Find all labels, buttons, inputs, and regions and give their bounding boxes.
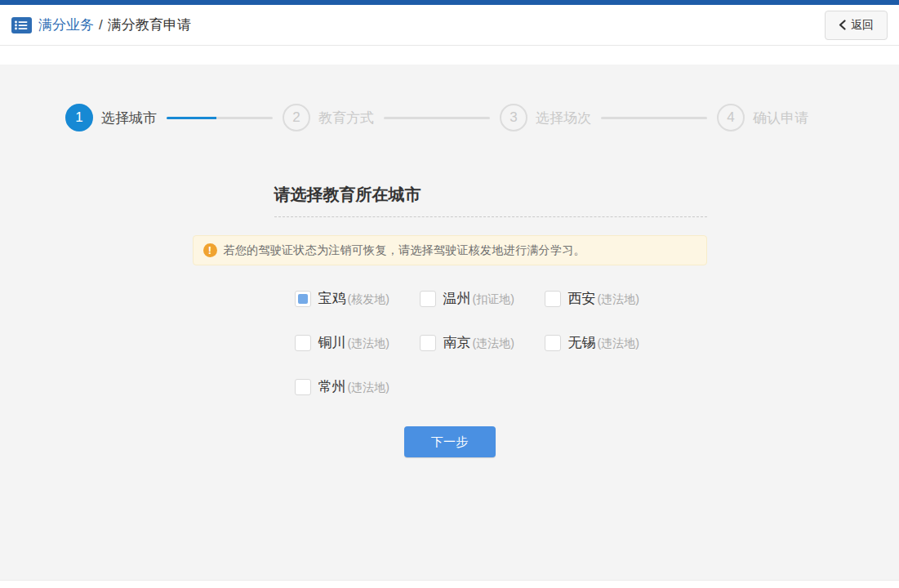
- city-checkbox[interactable]: [420, 335, 436, 351]
- stepper-step: 2 教育方式: [283, 104, 374, 131]
- city-name: 西安: [568, 289, 596, 308]
- city-name: 南京: [443, 333, 471, 352]
- city-tag: (违法地): [348, 335, 389, 351]
- back-button[interactable]: 返回: [825, 11, 888, 40]
- city-checkbox[interactable]: [420, 291, 436, 307]
- breadcrumb: 满分业务 / 满分教育申请: [11, 16, 191, 34]
- back-button-label: 返回: [851, 18, 874, 33]
- chevron-left-icon: [839, 20, 846, 30]
- city-name: 无锡: [568, 333, 596, 352]
- city-checkbox[interactable]: [295, 335, 311, 351]
- city-tag: (违法地): [473, 335, 514, 351]
- city-option[interactable]: 宝鸡 (核发地): [295, 289, 420, 308]
- stepper-connector: [384, 117, 490, 119]
- next-step-button[interactable]: 下一步: [404, 426, 496, 457]
- city-option[interactable]: 西安 (违法地): [545, 289, 670, 308]
- city-name: 温州: [443, 289, 471, 308]
- city-tag: (违法地): [598, 291, 639, 307]
- step-label: 确认申请: [753, 109, 808, 127]
- step-circle: 3: [500, 104, 527, 131]
- step-label: 选择城市: [101, 109, 157, 127]
- list-icon: [11, 17, 32, 33]
- stepper-connector: [601, 117, 707, 119]
- step-label: 选择场次: [536, 109, 591, 127]
- stepper-step: 1 选择城市: [65, 104, 157, 131]
- alert-text: 若您的驾驶证状态为注销可恢复，请选择驾驶证核发地进行满分学习。: [224, 243, 585, 258]
- section-title-block: 请选择教育所在城市: [274, 184, 707, 217]
- step-number: 1: [75, 109, 82, 126]
- city-checkbox[interactable]: [545, 335, 561, 351]
- city-grid: 宝鸡 (核发地) 温州 (扣证地) 西安 (违法地) 铜川 (违法地) 南京 (…: [295, 289, 687, 396]
- step-number: 3: [510, 109, 517, 126]
- breadcrumb-separator: /: [99, 17, 103, 33]
- main-column: 请选择教育所在城市 ! 若您的驾驶证状态为注销可恢复，请选择驾驶证核发地进行满分…: [193, 184, 707, 457]
- header: 满分业务 / 满分教育申请 返回: [0, 5, 899, 46]
- city-checkbox[interactable]: [545, 291, 561, 307]
- city-tag: (扣证地): [473, 291, 514, 307]
- city-checkbox[interactable]: [295, 379, 311, 395]
- city-option[interactable]: 常州 (违法地): [295, 377, 420, 396]
- city-tag: (违法地): [348, 379, 389, 395]
- city-option[interactable]: 温州 (扣证地): [420, 289, 545, 308]
- step-circle: 4: [717, 104, 745, 131]
- page-title: 请选择教育所在城市: [274, 185, 421, 203]
- content-panel: 1 选择城市 2 教育方式 3 选择场次 4 确认申请 请选择教育所在城市 ! …: [0, 65, 899, 581]
- stepper-connector: [167, 117, 273, 119]
- step-number: 2: [292, 109, 300, 126]
- stepper: 1 选择城市 2 教育方式 3 选择场次 4 确认申请: [65, 65, 808, 131]
- notice-alert: ! 若您的驾驶证状态为注销可恢复，请选择驾驶证核发地进行满分学习。: [193, 235, 707, 265]
- city-tag: (核发地): [348, 291, 389, 307]
- breadcrumb-current: 满分教育申请: [108, 16, 191, 34]
- step-number: 4: [727, 109, 734, 126]
- stepper-step: 3 选择场次: [500, 104, 591, 131]
- city-checkbox[interactable]: [295, 291, 311, 307]
- city-name: 铜川: [318, 333, 346, 352]
- city-option[interactable]: 铜川 (违法地): [295, 333, 420, 352]
- page: 满分业务 / 满分教育申请 返回 1 选择城市 2 教育方式 3: [0, 0, 899, 588]
- stepper-step: 4 确认申请: [717, 104, 808, 131]
- city-option[interactable]: 南京 (违法地): [420, 333, 545, 352]
- city-tag: (违法地): [598, 335, 639, 351]
- step-circle: 2: [283, 104, 310, 131]
- city-option[interactable]: 无锡 (违法地): [545, 333, 670, 352]
- city-name: 常州: [318, 377, 346, 396]
- exclamation-icon: !: [203, 243, 217, 257]
- breadcrumb-root-link[interactable]: 满分业务: [38, 16, 94, 34]
- header-spacer: [0, 46, 899, 65]
- step-circle: 1: [65, 104, 93, 131]
- step-label: 教育方式: [318, 109, 374, 127]
- city-name: 宝鸡: [318, 289, 346, 308]
